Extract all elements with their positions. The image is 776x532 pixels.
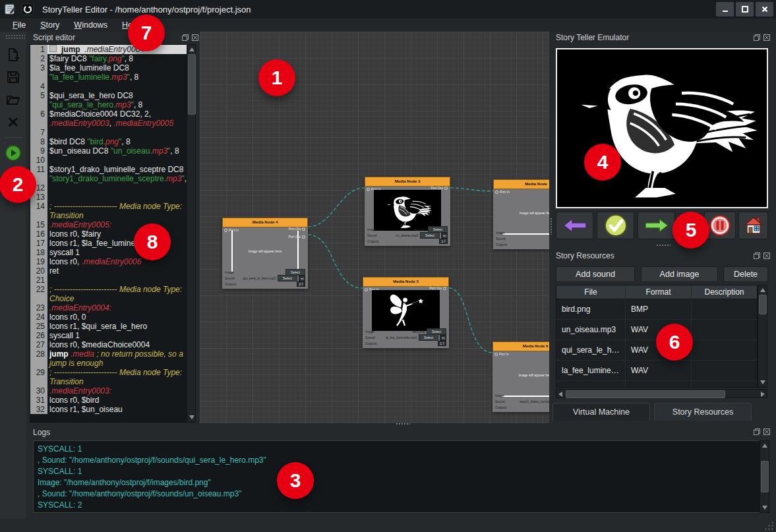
line-number: 10 (30, 156, 47, 165)
code-line[interactable]: 10 (30, 156, 195, 165)
node-title[interactable]: Media Node 4 (222, 218, 308, 227)
media-node[interactable]: Media Node 5Port InPort OutImagefairy.pn… (363, 277, 449, 348)
splitter-handle[interactable] (550, 218, 553, 235)
speaker-icon[interactable]: ◄) (299, 276, 305, 281)
home-button[interactable] (738, 212, 768, 239)
code-line[interactable]: 12 (30, 183, 195, 192)
code-line[interactable]: 13 (30, 192, 195, 202)
save-button[interactable] (3, 67, 23, 87)
float-icon[interactable] (753, 252, 761, 260)
code-line[interactable]: 3$la_fee_luminelle DC8 "la_fee_luminelle… (30, 63, 195, 82)
media-node[interactable]: Media Node 6Port InImage will appear her… (492, 341, 549, 412)
code-line[interactable]: 16lcons r0, $fairy (30, 229, 195, 239)
code-line[interactable]: 1jump .mediaEntry0004 (30, 45, 195, 54)
speaker-icon[interactable]: ◄) (441, 233, 448, 239)
resize-grip[interactable] (764, 521, 773, 530)
outputs-spinner[interactable]: 1▲▼ (439, 239, 448, 244)
code-line[interactable]: 31lcons r0, $bird (30, 396, 195, 405)
confirm-button[interactable] (597, 212, 634, 239)
float-icon[interactable] (753, 34, 761, 42)
close-icon[interactable] (191, 34, 199, 42)
code-line[interactable]: 32lcons r1, $un_oiseau (30, 405, 195, 414)
code-editor[interactable]: 1jump .mediaEntry00042$fairy DC8 "fairy.… (30, 44, 196, 423)
code-line[interactable]: 26syscall 1 (30, 331, 195, 340)
table-row[interactable]: bird.pngBMP (556, 299, 757, 320)
code-line[interactable]: 19lcons r0, .mediaEntry0006 (30, 257, 195, 266)
tab-story-resources[interactable]: Story Resources (654, 403, 752, 421)
code-line[interactable]: 2$fairy DC8 "fairy.png", 8 (30, 54, 195, 63)
maximize-button[interactable] (736, 2, 754, 16)
menu-file[interactable]: File (7, 20, 32, 30)
logs-output[interactable]: SYSCALL: 1, Sound: "/home/anthony/ostpro… (33, 440, 761, 513)
select-button[interactable]: Select (278, 275, 297, 281)
code-line[interactable]: 11$story1_drako_luminelle_sceptre DC8 "s… (30, 165, 195, 183)
open-project-button[interactable] (3, 90, 23, 109)
code-line[interactable]: 30.mediaEntry0003: (30, 386, 195, 396)
outputs-spinner[interactable]: 2▲▼ (297, 281, 305, 287)
tab-virtual-machine[interactable]: Virtual Machine (552, 403, 650, 421)
title-bar[interactable]: StoryTeller Editor - /home/anthony/ostpr… (0, 0, 776, 18)
toolbar-grip[interactable] (5, 34, 25, 40)
node-graph-canvas[interactable]: Media Node 4Port InPort OutPort OutImage… (200, 32, 549, 423)
back-button[interactable] (556, 212, 593, 239)
node-title[interactable]: Media Node (493, 179, 549, 189)
code-line[interactable]: 9$un_oiseau DC8 "un_oiseau.mp3", 8 (30, 146, 195, 156)
code-line[interactable]: 28jump .media ; no return possible, so a… (30, 349, 195, 368)
table-row[interactable]: fairy.pngBMP (556, 381, 757, 388)
media-node[interactable]: Media NodePort InImage will appear hereI… (493, 179, 549, 249)
code-line[interactable]: 20ret (30, 266, 195, 276)
code-line[interactable]: 18syscall 1 (30, 248, 195, 257)
delete-button[interactable]: Delete (723, 266, 768, 282)
logs-scrollbar[interactable] (760, 440, 769, 513)
outputs-spinner[interactable]: 1▲▼ (438, 341, 446, 346)
code-line[interactable]: 7 (30, 128, 195, 137)
forward-button[interactable] (638, 212, 675, 239)
annotation-circle-4: 4 (584, 144, 621, 181)
select-button[interactable]: Select (420, 232, 440, 239)
add-image-button[interactable]: Add image (641, 266, 718, 282)
select-button[interactable]: Select (419, 334, 438, 341)
code-line[interactable]: 23.mediaEntry0004: (30, 303, 195, 312)
code-line[interactable]: 22; ------------------------ Media node … (30, 285, 195, 303)
media-node[interactable]: Media Node 4Port InPort OutPort OutImage… (222, 218, 308, 289)
speaker-icon[interactable]: ◄) (440, 335, 446, 341)
code-line[interactable]: 4 (30, 82, 195, 91)
float-icon[interactable] (753, 428, 761, 436)
node-title[interactable]: Media Node 6 (492, 341, 549, 351)
float-icon[interactable] (181, 34, 189, 42)
code-line[interactable]: 25lcons r1, $qui_sera_le_hero (30, 322, 195, 331)
code-line[interactable]: 5$qui_sera_le_hero DC8 "qui_sera_le_hero… (30, 91, 195, 109)
annotation-circle-2: 2 (0, 166, 36, 203)
splitter-handle[interactable] (656, 244, 671, 247)
run-button[interactable] (3, 143, 23, 163)
table-vertical-scrollbar[interactable] (758, 285, 767, 388)
code-line[interactable]: 6$mediaChoice0004 DC32, 2, .mediaEntry00… (30, 109, 195, 128)
table-row[interactable]: la_fee_lumine…WAV (556, 361, 757, 381)
new-file-button[interactable] (3, 45, 23, 65)
node-title[interactable]: Media Node 3 (365, 177, 450, 187)
logs-header: Logs (33, 427, 165, 438)
code-line[interactable]: 29; ------------------------ Media node … (30, 368, 195, 386)
add-sound-button[interactable]: Add sound (556, 266, 635, 282)
table-horizontal-scrollbar[interactable] (556, 389, 767, 398)
media-node[interactable]: Media Node 3Port InPort OutImagebird.png… (365, 177, 450, 246)
editor-scrollbar[interactable] (187, 44, 196, 423)
code-line[interactable]: 14; ------------------------ Media node … (30, 202, 195, 220)
close-icon[interactable] (763, 428, 771, 436)
code-line[interactable]: 27lcons r0, $mediaChoice0004 (30, 340, 195, 349)
line-number: 32 (30, 405, 47, 414)
close-icon[interactable] (763, 34, 771, 42)
close-icon[interactable] (763, 252, 771, 260)
table-header-row[interactable]: FileFormatDescription (556, 285, 757, 299)
code-line[interactable]: 15.mediaEntry0005: (30, 220, 195, 229)
close-project-button[interactable] (3, 112, 23, 132)
code-line[interactable]: 21 (30, 276, 195, 285)
menu-windows[interactable]: Windows (68, 20, 113, 30)
minimize-button[interactable] (716, 2, 734, 16)
node-title[interactable]: Media Node 5 (363, 277, 449, 287)
menu-story[interactable]: Story (34, 20, 65, 30)
code-line[interactable]: 24lcons r0, 0 (30, 312, 195, 322)
code-line[interactable]: 8$bird DC8 "bird.png", 8 (30, 137, 195, 146)
close-button[interactable] (756, 2, 773, 16)
splitter-handle[interactable] (396, 423, 410, 426)
